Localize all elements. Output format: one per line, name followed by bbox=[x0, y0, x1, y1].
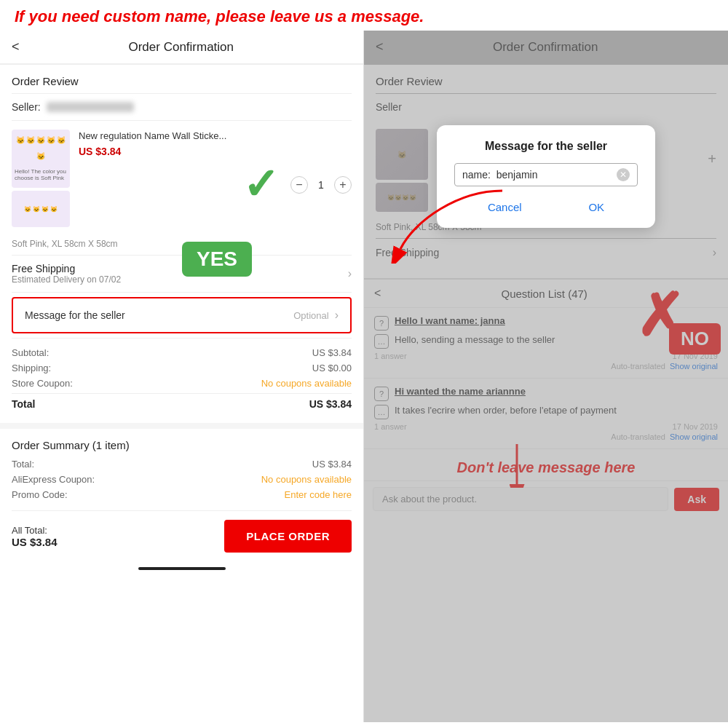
checkmark-icon: ✓ bbox=[242, 163, 279, 207]
q1-answer-text: Hello, sending a message to the seller bbox=[395, 333, 555, 347]
product-details: New regulation Name Wall Sticke... US $3… bbox=[79, 130, 352, 207]
shipping-cost-label: Shipping: bbox=[12, 363, 51, 373]
left-panel-title: Order Confirmation bbox=[28, 40, 334, 55]
dialog-buttons: Cancel OK bbox=[454, 198, 638, 216]
q2-date: 17 Nov 2019 bbox=[673, 422, 718, 431]
ask-button[interactable]: Ask bbox=[674, 488, 719, 511]
q2-auto-translated: Auto-translated bbox=[611, 432, 665, 441]
right-shipping-info: Free Shipping bbox=[376, 247, 439, 258]
q2-question-row: ? Hi wanted the name ariannne bbox=[374, 386, 718, 401]
dialog-ok-button[interactable]: OK bbox=[574, 198, 619, 216]
summary-total-row: Total: US $3.84 bbox=[12, 459, 352, 470]
right-order-review-label: Order Review bbox=[364, 65, 728, 93]
seller-label: Seller: bbox=[12, 101, 41, 113]
back-button-left[interactable]: < bbox=[12, 39, 20, 55]
q1-meta: 1 answer 17 Nov 2019 bbox=[374, 352, 718, 360]
q1-question-icon: ? bbox=[374, 316, 389, 331]
qty-plus-btn[interactable]: + bbox=[334, 176, 352, 194]
total-label: Total bbox=[12, 398, 35, 410]
coupon-label: Store Coupon: bbox=[12, 378, 73, 389]
right-oc-header: < Order Confirmation bbox=[364, 31, 728, 64]
ql-back-button[interactable]: < bbox=[374, 287, 381, 300]
q2-question-text: Hi wanted the name ariannne bbox=[395, 386, 526, 397]
product-image-2: 🐱🐱🐱🐱 bbox=[12, 191, 70, 227]
right-seller-label: Seller bbox=[376, 101, 402, 113]
shipping-cost-value: US $0.00 bbox=[312, 363, 352, 373]
dialog-message-input[interactable] bbox=[462, 169, 617, 181]
subtotal-value: US $3.84 bbox=[312, 347, 352, 358]
banner-text: If you need custom name, please leave us… bbox=[15, 7, 424, 25]
shipping-cost-row: Shipping: US $0.00 bbox=[12, 363, 352, 373]
q1-question-text: Hello I want name: janna bbox=[395, 315, 505, 326]
q2-meta: 1 answer 17 Nov 2019 bbox=[374, 422, 718, 431]
all-total-display: All Total: US $3.84 bbox=[12, 525, 58, 548]
message-seller-optional: Optional bbox=[293, 310, 328, 321]
promo-code-label: Promo Code: bbox=[12, 489, 68, 500]
summary-aliexpress-coupon-value[interactable]: No coupons available bbox=[261, 474, 352, 485]
right-panel-title: Order Confirmation bbox=[392, 40, 699, 55]
order-summary-title: Order Summary (1 item) bbox=[12, 439, 352, 451]
yes-badge: YES bbox=[182, 242, 252, 277]
x-mark-container: ✗ bbox=[636, 287, 684, 345]
q1-auto-translated: Auto-translated bbox=[611, 362, 665, 371]
right-product-chevron: + bbox=[708, 151, 716, 167]
subtotal-label: Subtotal: bbox=[12, 347, 49, 358]
qty-minus-btn[interactable]: − bbox=[290, 176, 308, 194]
total-row: Total US $3.84 bbox=[12, 398, 352, 410]
place-order-section: All Total: US $3.84 PLACE ORDER bbox=[0, 511, 363, 561]
total-value: US $3.84 bbox=[309, 398, 352, 410]
left-panel: < Order Confirmation Order Review Seller… bbox=[0, 31, 364, 722]
promo-code-value[interactable]: Enter code here bbox=[284, 489, 352, 500]
right-shipping-title: Free Shipping bbox=[376, 247, 439, 258]
product-image-1: 🐱🐱🐱 🐱🐱🐱 Hello! The color you choose is S… bbox=[12, 130, 70, 188]
right-product-img2: 🐱🐱🐱🐱 bbox=[376, 183, 428, 212]
q1-show-original[interactable]: Show original bbox=[670, 362, 718, 371]
dialog-clear-button[interactable]: ✕ bbox=[617, 168, 630, 181]
message-seller-container: Message for the seller Optional › bbox=[6, 297, 357, 333]
q2-answer-row: … It takes l'ecrire when order, before l… bbox=[374, 404, 718, 419]
coupon-value[interactable]: No coupons available bbox=[261, 378, 352, 389]
red-arrow-ask bbox=[480, 444, 553, 488]
summary-total-value: US $3.84 bbox=[312, 459, 352, 470]
message-seller-row[interactable]: Message for the seller Optional › bbox=[12, 297, 352, 333]
qty-number: 1 bbox=[314, 179, 328, 191]
order-review-label: Order Review bbox=[0, 65, 363, 93]
dialog-cancel-button[interactable]: Cancel bbox=[473, 198, 537, 216]
bottom-bar bbox=[138, 567, 226, 570]
top-banner: If you need custom name, please leave us… bbox=[0, 0, 728, 31]
promo-code-row: Promo Code: Enter code here bbox=[12, 489, 352, 500]
x-mark-icon: ✗ bbox=[636, 283, 684, 348]
shipping-title: Free Shipping bbox=[12, 263, 121, 274]
summary-aliexpress-coupon-row: AliExpress Coupon: No coupons available bbox=[12, 474, 352, 485]
order-summary-section: Order Summary (1 item) Total: US $3.84 A… bbox=[0, 429, 363, 510]
dialog-input-container: ✕ bbox=[454, 163, 638, 186]
q1-answer-icon: … bbox=[374, 334, 389, 349]
seller-name-blurred bbox=[47, 102, 134, 112]
pricing-section: Subtotal: US $3.84 Shipping: US $0.00 St… bbox=[0, 339, 363, 423]
right-product-img1: 🐱 bbox=[376, 129, 428, 180]
question-item-2: ? Hi wanted the name ariannne … It takes… bbox=[364, 379, 728, 449]
right-panel: < Order Confirmation Order Review Seller… bbox=[364, 31, 728, 722]
ask-section: Ask bbox=[364, 480, 728, 517]
right-shipping-row: Free Shipping › bbox=[364, 239, 728, 266]
left-panel-header: < Order Confirmation bbox=[0, 31, 363, 64]
dialog-title: Message for the seller bbox=[454, 140, 638, 153]
q2-show-original[interactable]: Show original bbox=[670, 432, 718, 441]
shipping-info: Free Shipping Estimated Delivery on 07/0… bbox=[12, 263, 121, 285]
right-back-button: < bbox=[376, 39, 384, 55]
all-total-label: All Total: bbox=[12, 525, 58, 536]
right-shipping-chevron: › bbox=[713, 246, 716, 259]
subtotal-row: Subtotal: US $3.84 bbox=[12, 347, 352, 358]
ask-input[interactable] bbox=[373, 487, 668, 511]
place-order-button[interactable]: PLACE ORDER bbox=[224, 520, 352, 553]
product-name: New regulation Name Wall Sticke... bbox=[79, 130, 352, 143]
product-price: US $3.84 bbox=[79, 146, 352, 157]
q2-question-icon: ? bbox=[374, 387, 389, 401]
q2-answer-text: It takes l'ecrire when order, before l'e… bbox=[395, 404, 617, 417]
q1-translation-row: Auto-translated Show original bbox=[374, 362, 718, 371]
message-seller-chevron-icon: › bbox=[335, 309, 339, 322]
q2-translation-row: Auto-translated Show original bbox=[374, 432, 718, 441]
product-row: 🐱🐱🐱 🐱🐱🐱 Hello! The color you choose is S… bbox=[0, 121, 363, 236]
q2-answer-icon: … bbox=[374, 405, 389, 419]
question-list-section: < Question List (47) ? Hello I want name… bbox=[364, 278, 728, 517]
